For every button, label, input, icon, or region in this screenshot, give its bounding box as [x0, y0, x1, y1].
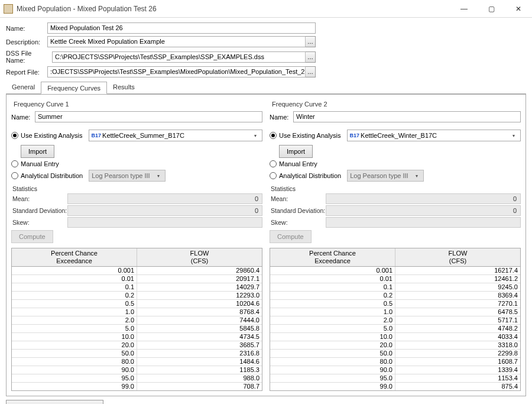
table-cell[interactable]: 5845.8	[137, 325, 262, 332]
description-browse-button[interactable]: …	[305, 36, 316, 47]
table-row[interactable]: 0.00116217.4	[270, 267, 520, 275]
table-cell[interactable]: 2.0	[270, 316, 395, 324]
tab-frequency-curves[interactable]: Frequency Curves	[41, 82, 107, 94]
table-cell[interactable]: 2299.8	[395, 350, 520, 357]
table-row[interactable]: 1.08768.4	[12, 308, 262, 316]
table-row[interactable]: 90.01339.4	[270, 366, 520, 374]
table-row[interactable]: 0.0112461.2	[270, 275, 520, 283]
table-cell[interactable]: 3318.0	[395, 341, 520, 349]
table-cell[interactable]: 4748.2	[395, 325, 520, 332]
curve2-import-button[interactable]: Import	[279, 145, 313, 158]
table-cell[interactable]: 90.0	[12, 366, 137, 374]
table-cell[interactable]: 875.4	[395, 383, 520, 390]
table-cell[interactable]: 50.0	[12, 350, 137, 357]
table-cell[interactable]: 1185.3	[137, 366, 262, 374]
table-row[interactable]: 80.01608.7	[270, 358, 520, 366]
dssfile-browse-button[interactable]: …	[305, 51, 316, 63]
tab-results[interactable]: Results	[107, 81, 141, 93]
table-cell[interactable]: 1153.4	[395, 374, 520, 382]
table-cell[interactable]: 8768.4	[137, 308, 262, 316]
table-cell[interactable]: 80.0	[270, 358, 395, 366]
table-cell[interactable]: 99.0	[12, 383, 137, 390]
curve1-use-existing-radio[interactable]: Use Existing Analysis	[11, 132, 83, 139]
curve2-analytical-radio[interactable]: Analytical Distribution	[270, 172, 341, 179]
table-cell[interactable]: 988.0	[137, 374, 262, 382]
table-cell[interactable]: 95.0	[270, 374, 395, 382]
table-cell[interactable]: 10204.6	[137, 300, 262, 308]
table-cell[interactable]: 0.01	[12, 275, 137, 283]
table-row[interactable]: 2.07444.0	[12, 316, 262, 325]
table-cell[interactable]: 20917.1	[137, 275, 262, 283]
table-cell[interactable]: 2316.8	[137, 350, 262, 357]
curve2-analysis-select[interactable]: B17 KettleCreek_Winter_B17C ▾	[347, 130, 521, 141]
table-row[interactable]: 0.19245.0	[270, 283, 520, 292]
curve2-manual-radio[interactable]: Manual Entry	[270, 160, 317, 167]
table-cell[interactable]: 14029.7	[137, 283, 262, 291]
table-row[interactable]: 10.04033.4	[270, 333, 520, 341]
table-cell[interactable]: 0.2	[270, 292, 395, 299]
curve1-analysis-select[interactable]: B17 KettleCreek_Summer_B17C ▾	[89, 130, 262, 141]
table-cell[interactable]: 99.0	[270, 383, 395, 390]
table-row[interactable]: 90.01185.3	[12, 366, 262, 374]
plot-input-button[interactable]: Plot Input Frequency Curves	[6, 400, 103, 404]
table-cell[interactable]: 0.5	[270, 300, 395, 308]
table-cell[interactable]: 9245.0	[395, 283, 520, 291]
table-row[interactable]: 20.03685.7	[12, 341, 262, 350]
table-cell[interactable]: 5717.1	[395, 316, 520, 324]
table-cell[interactable]: 5.0	[270, 325, 395, 332]
table-row[interactable]: 0.510204.6	[12, 300, 262, 308]
table-cell[interactable]: 8369.4	[395, 292, 520, 299]
table-row[interactable]: 0.28369.4	[270, 292, 520, 300]
table-cell[interactable]: 0.001	[270, 267, 395, 274]
table-cell[interactable]: 3685.7	[137, 341, 262, 349]
reportfile-browse-button[interactable]: …	[305, 66, 316, 77]
table-row[interactable]: 95.01153.4	[270, 374, 520, 383]
minimize-button[interactable]: —	[450, 0, 478, 18]
table-row[interactable]: 5.04748.2	[270, 325, 520, 333]
table-cell[interactable]: 7444.0	[137, 316, 262, 324]
table-cell[interactable]: 0.1	[12, 283, 137, 291]
table-cell[interactable]: 0.1	[270, 283, 395, 291]
curve1-manual-radio[interactable]: Manual Entry	[11, 160, 59, 167]
table-cell[interactable]: 10.0	[12, 333, 137, 341]
table-row[interactable]: 99.0875.4	[270, 383, 520, 390]
table-row[interactable]: 0.57270.1	[270, 300, 520, 308]
table-cell[interactable]: 5.0	[12, 325, 137, 332]
table-cell[interactable]: 1.0	[270, 308, 395, 316]
table-row[interactable]: 5.05845.8	[12, 325, 262, 333]
table-cell[interactable]: 90.0	[270, 366, 395, 374]
table-row[interactable]: 10.04734.5	[12, 333, 262, 341]
table-row[interactable]: 20.03318.0	[270, 341, 520, 350]
curve2-name-input[interactable]: Winter	[293, 111, 521, 122]
table-cell[interactable]: 708.7	[137, 383, 262, 390]
table-cell[interactable]: 10.0	[270, 333, 395, 341]
table-cell[interactable]: 16217.4	[395, 267, 520, 274]
curve1-import-button[interactable]: Import	[21, 145, 54, 158]
table-row[interactable]: 99.0708.7	[12, 383, 262, 390]
table-cell[interactable]: 1484.6	[137, 358, 262, 366]
table-row[interactable]: 0.0120917.1	[12, 275, 262, 283]
table-cell[interactable]: 12461.2	[395, 275, 520, 283]
reportfile-input[interactable]: :OJECTS\SSP\Projects\Test\SSP_Examples\M…	[47, 66, 306, 77]
table-cell[interactable]: 6478.5	[395, 308, 520, 316]
table-cell[interactable]: 12293.0	[137, 292, 262, 299]
table-cell[interactable]: 50.0	[270, 350, 395, 357]
table-cell[interactable]: 0.01	[270, 275, 395, 283]
table-row[interactable]: 0.00129860.4	[12, 267, 262, 275]
table-cell[interactable]: 80.0	[12, 358, 137, 366]
table-cell[interactable]: 1339.4	[395, 366, 520, 374]
dssfile-input[interactable]: C:\PROJECTS\SSP\Projects\Test\SSP_Exampl…	[52, 51, 306, 63]
description-input[interactable]: Kettle Creek Mixed Population Example	[47, 36, 306, 47]
table-cell[interactable]: 7270.1	[395, 300, 520, 308]
table-row[interactable]: 0.212293.0	[12, 292, 262, 300]
table-row[interactable]: 1.06478.5	[270, 308, 520, 316]
maximize-button[interactable]: ▢	[478, 0, 505, 18]
table-cell[interactable]: 0.2	[12, 292, 137, 299]
close-button[interactable]: ✕	[505, 0, 532, 18]
table-row[interactable]: 0.114029.7	[12, 283, 262, 292]
table-cell[interactable]: 4033.4	[395, 333, 520, 341]
table-cell[interactable]: 1608.7	[395, 358, 520, 366]
table-row[interactable]: 2.05717.1	[270, 316, 520, 325]
name-input[interactable]: Mixed Population Test 26	[47, 22, 316, 34]
table-row[interactable]: 80.01484.6	[12, 358, 262, 366]
